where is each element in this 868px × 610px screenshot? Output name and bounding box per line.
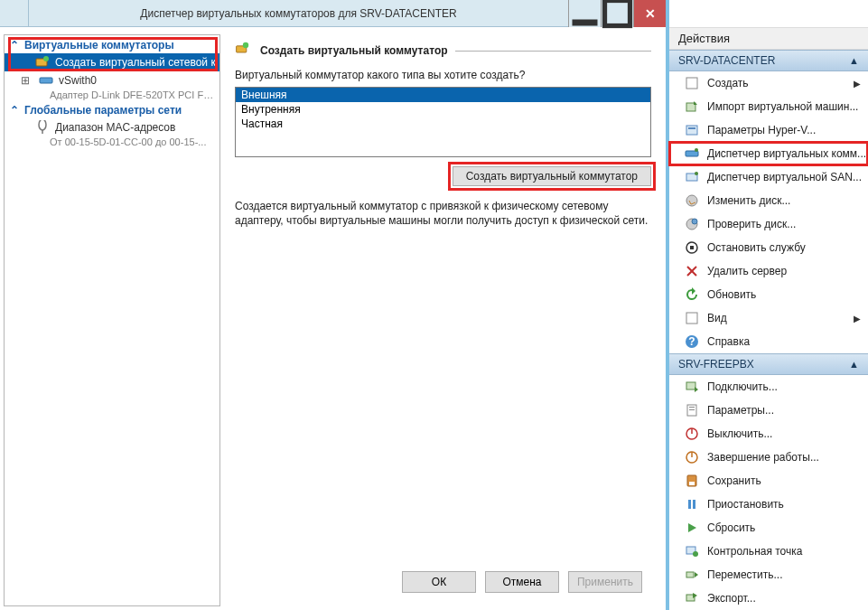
action-item[interactable]: Контрольная точка xyxy=(669,540,868,563)
actions-group-datacenter[interactable]: SRV-DATACENTER ▲ xyxy=(669,50,868,71)
action-icon xyxy=(684,239,700,256)
action-item[interactable]: Сохранить xyxy=(669,469,868,493)
action-icon xyxy=(684,216,700,232)
action-icon: ? xyxy=(684,333,700,350)
svg-text:?: ? xyxy=(688,335,695,348)
actions-pane: Действия SRV-DATACENTER ▲ Создать▶Импорт… xyxy=(669,0,868,610)
listbox-option-private[interactable]: Частная xyxy=(236,117,650,131)
submenu-arrow-icon: ▶ xyxy=(854,314,861,324)
minimize-button[interactable] xyxy=(568,0,601,27)
detail-description: Создается виртуальный коммутатор с привя… xyxy=(235,199,651,228)
apply-button[interactable]: Применить xyxy=(568,571,642,593)
action-label: Диспетчер виртуальной SAN... xyxy=(707,171,862,183)
action-label: Изменить диск... xyxy=(707,194,790,207)
action-label: Экспорт... xyxy=(707,592,756,605)
collapse-icon: ▲ xyxy=(849,55,859,66)
action-label: Проверить диск... xyxy=(707,218,796,230)
ok-button[interactable]: ОК xyxy=(402,571,476,593)
action-label: Параметры... xyxy=(707,404,774,417)
tree-section-virtual-switches[interactable]: ⌃Виртуальные коммутаторы xyxy=(5,37,219,53)
action-item[interactable]: Удалить сервер xyxy=(669,259,868,283)
action-icon xyxy=(684,426,700,442)
action-item[interactable]: Создать▶ xyxy=(669,71,868,95)
action-label: Подключить... xyxy=(707,380,778,393)
svg-rect-41 xyxy=(686,572,694,577)
switch-icon xyxy=(39,73,53,88)
switch-new-icon xyxy=(235,42,253,60)
tree-item-mac-range[interactable]: Диапазон MAC-адресов xyxy=(5,118,219,136)
action-icon xyxy=(684,449,700,465)
action-icon xyxy=(684,473,700,489)
action-icon xyxy=(684,99,700,115)
action-item[interactable]: Импорт виртуальной машин... xyxy=(669,95,868,118)
maximize-button[interactable] xyxy=(601,0,633,27)
svg-rect-30 xyxy=(689,409,695,410)
action-icon xyxy=(684,379,700,395)
action-item[interactable]: Вид▶ xyxy=(669,306,868,330)
tree-item-vswitch0[interactable]: ⊞ vSwith0 xyxy=(5,71,219,89)
titlebar-icon-slot xyxy=(0,0,29,27)
tree-item-label: vSwith0 xyxy=(59,74,97,87)
action-item[interactable]: Проверить диск... xyxy=(669,212,868,236)
svg-rect-29 xyxy=(689,407,695,408)
action-item[interactable]: Изменить диск... xyxy=(669,189,868,212)
action-item[interactable]: Диспетчер виртуальной SAN... xyxy=(669,165,868,189)
svg-rect-27 xyxy=(686,382,695,389)
mac-icon xyxy=(35,120,50,135)
svg-rect-12 xyxy=(688,127,695,129)
svg-point-8 xyxy=(243,42,248,48)
action-icon xyxy=(684,520,700,536)
dialog-button-bar: ОК Отмена Применить xyxy=(235,561,651,603)
actions-pane-title: Действия xyxy=(669,27,868,50)
action-icon xyxy=(684,145,700,162)
action-label: Выключить... xyxy=(707,427,772,440)
action-item[interactable]: Сбросить xyxy=(669,516,868,540)
action-item[interactable]: Приостановить xyxy=(669,493,868,516)
switch-type-listbox[interactable]: Внешняя Внутренняя Частная xyxy=(235,87,651,157)
titlebar: Диспетчер виртуальных коммутаторов для S… xyxy=(0,0,666,27)
svg-rect-1 xyxy=(605,1,630,26)
action-icon xyxy=(684,402,700,418)
action-item[interactable]: Параметры Hyper-V... xyxy=(669,118,868,142)
close-button[interactable]: ✕ xyxy=(633,0,666,27)
detail-prompt: Виртуальный коммутатор какого типа вы хо… xyxy=(235,69,651,81)
tree-item-vswitch0-adapter: Адаптер D-Link DFE-520TX PCI Fa... xyxy=(5,89,219,102)
detail-panel: Создать виртуальный коммутатор Виртуальн… xyxy=(224,34,662,606)
svg-point-17 xyxy=(686,195,697,206)
svg-rect-4 xyxy=(40,78,52,83)
cancel-button[interactable]: Отмена xyxy=(485,571,559,593)
action-icon xyxy=(684,543,700,559)
switch-new-icon xyxy=(35,55,50,70)
action-icon xyxy=(684,192,700,209)
create-switch-button[interactable]: Создать виртуальный коммутатор xyxy=(453,166,651,186)
window-title: Диспетчер виртуальных коммутаторов для S… xyxy=(29,7,568,20)
action-item[interactable]: Остановить службу xyxy=(669,236,868,259)
collapse-icon: ▲ xyxy=(849,359,859,370)
actions-group-freepbx[interactable]: SRV-FREEPBX ▲ xyxy=(669,353,868,375)
action-icon xyxy=(684,75,700,91)
listbox-option-internal[interactable]: Внутренняя xyxy=(236,102,650,117)
tree-section-global[interactable]: ⌃Глобальные параметры сети xyxy=(5,102,219,118)
action-label: Параметры Hyper-V... xyxy=(707,124,816,136)
tree-item-label: Диапазон MAC-адресов xyxy=(55,121,175,134)
action-label: Вид xyxy=(707,312,727,324)
svg-rect-11 xyxy=(686,126,697,135)
action-label: Сохранить xyxy=(707,474,761,487)
action-item[interactable]: Переместить... xyxy=(669,563,868,587)
action-item[interactable]: Экспорт... xyxy=(669,587,868,610)
action-item[interactable]: Обновить xyxy=(669,283,868,306)
action-item[interactable]: Подключить... xyxy=(669,375,868,399)
action-item[interactable]: Завершение работы... xyxy=(669,446,868,469)
action-item[interactable]: ?Справка xyxy=(669,330,868,353)
tree-item-new-virtual-switch[interactable]: Создать виртуальный сетевой к... xyxy=(5,53,219,71)
action-label: Сбросить xyxy=(707,521,755,534)
action-item[interactable]: Параметры... xyxy=(669,399,868,422)
action-item[interactable]: Выключить... xyxy=(669,422,868,446)
action-label: Обновить xyxy=(707,288,756,301)
header-divider xyxy=(455,51,651,52)
action-item[interactable]: Диспетчер виртуальных комм... xyxy=(669,142,868,165)
tree-panel: ⌃Виртуальные коммутаторы Создать виртуал… xyxy=(4,34,220,606)
tree-item-mac-range-value: От 00-15-5D-01-CC-00 до 00-15-... xyxy=(5,136,219,149)
action-label: Приостановить xyxy=(707,498,784,511)
listbox-option-external[interactable]: Внешняя xyxy=(236,88,650,102)
